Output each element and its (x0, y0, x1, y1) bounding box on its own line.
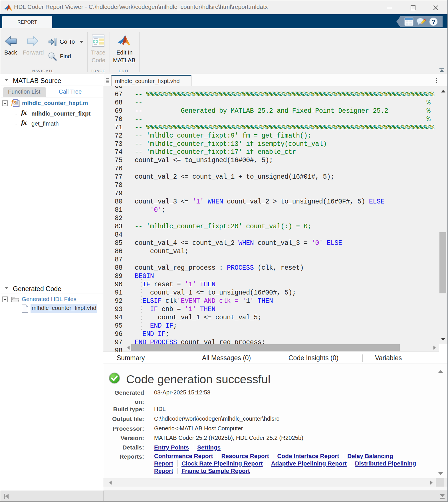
svg-text:fx: fx (11, 99, 16, 106)
svg-text:?: ? (431, 18, 435, 25)
